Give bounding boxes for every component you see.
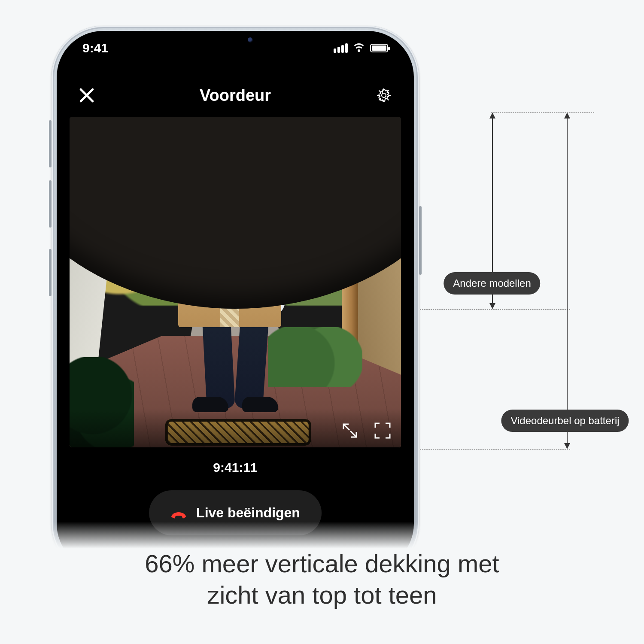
expand-diagonal-icon[interactable] bbox=[341, 422, 359, 440]
battery-doorbell-chip: Videodeurbel op batterij bbox=[501, 410, 629, 432]
close-icon[interactable] bbox=[78, 87, 95, 104]
app-header: Voordeur bbox=[57, 74, 414, 117]
page-title: Voordeur bbox=[200, 86, 271, 105]
guide-line bbox=[491, 112, 594, 113]
camera-feed[interactable] bbox=[70, 117, 401, 447]
caption-line-1: 66% meer verticale dekking met bbox=[17, 548, 627, 580]
feed-illustration bbox=[70, 117, 401, 447]
svg-point-0 bbox=[382, 93, 386, 97]
feed-timestamp: 9:41:11 bbox=[57, 460, 414, 475]
fullscreen-icon[interactable] bbox=[374, 422, 392, 440]
status-time: 9:41 bbox=[82, 41, 108, 55]
marketing-caption: 66% meer verticale dekking met zicht van… bbox=[0, 522, 644, 644]
guide-line bbox=[420, 309, 570, 310]
phone-screen: 9:41 Voordeur bbox=[57, 31, 414, 570]
phone-frame: 9:41 Voordeur bbox=[52, 26, 419, 575]
caption-line-2: zicht van top tot teen bbox=[17, 580, 627, 611]
battery-icon bbox=[370, 44, 388, 52]
comparison-brackets: Andere modellen Videodeurbel op batterij bbox=[420, 112, 592, 451]
end-live-label: Live beëindigen bbox=[196, 505, 300, 521]
other-models-chip: Andere modellen bbox=[444, 272, 540, 295]
gear-icon[interactable] bbox=[375, 87, 392, 104]
wifi-icon bbox=[353, 43, 365, 53]
status-indicators bbox=[334, 43, 388, 53]
hangup-icon bbox=[170, 508, 187, 518]
feed-controls bbox=[341, 422, 392, 440]
guide-line bbox=[420, 449, 570, 450]
phone-notch bbox=[184, 31, 287, 49]
cellular-icon bbox=[334, 43, 348, 53]
